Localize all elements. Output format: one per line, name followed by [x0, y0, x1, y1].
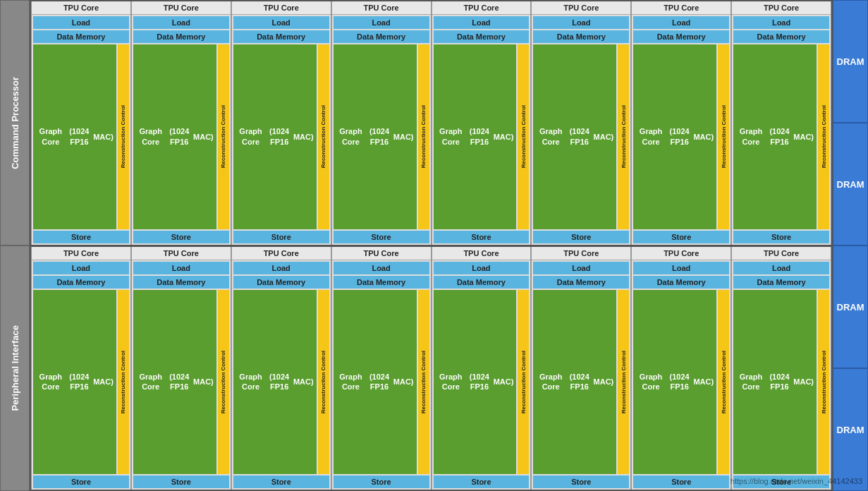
- tpu-core-b8-body: Load Data Memory Graph Core (1024 FP16 M…: [732, 260, 831, 490]
- tpu-core-6: TPU Core Load Data Memory Graph Core (10…: [531, 1, 631, 245]
- tpu-core-b2-middle: Graph Core (1024 FP16 MAC) Reconstructio…: [133, 290, 229, 475]
- tpu-core-b8: TPU Core Load Data Memory Graph Core (10…: [731, 247, 831, 490]
- main-container: Command Processor Peripheral Interface T…: [0, 0, 868, 491]
- tpu-core-5: TPU Core Load Data Memory Graph Core (10…: [432, 1, 532, 245]
- graph-core-b6: Graph Core (1024 FP16 MAC): [533, 290, 616, 475]
- tpu-core-5-body: Load Data Memory Graph Core (1024 FP16 M…: [432, 15, 531, 245]
- tpu-core-6-middle: Graph Core (1024 FP16 MAC) Reconstructio…: [533, 44, 629, 229]
- top-row-section: TPU Core Load Data Memory Graph Core (10…: [30, 0, 833, 246]
- tpu-core-4-middle: Graph Core (1024 FP16 MAC) Reconstructio…: [334, 44, 429, 229]
- reconstruction-control-1: Reconstruction Control: [118, 44, 129, 229]
- reconstruction-control-b4: Reconstruction Control: [418, 290, 429, 475]
- reconstruction-control-b2: Reconstruction Control: [218, 290, 229, 475]
- tpu-core-b1: TPU Core Load Data Memory Graph Core (10…: [31, 247, 131, 490]
- graph-core-3: Graph Core (1024 FP16 MAC): [233, 44, 317, 229]
- center-area: TPU Core Load Data Memory Graph Core (10…: [30, 0, 833, 491]
- tpu-core-b2: TPU Core Load Data Memory Graph Core (10…: [131, 247, 231, 490]
- tpu-core-b3-body: Load Data Memory Graph Core (1024 FP16 M…: [232, 260, 331, 490]
- tpu-core-1-body: Load Data Memory Graph Core (1024 FP16 M…: [32, 15, 130, 245]
- left-labels: Command Processor Peripheral Interface: [0, 0, 30, 491]
- tpu-core-3: TPU Core Load Data Memory Graph Core (10…: [231, 1, 331, 245]
- tpu-core-3-body: Load Data Memory Graph Core (1024 FP16 M…: [232, 15, 331, 245]
- reconstruction-control-b7: Reconstruction Control: [718, 290, 729, 475]
- tpu-core-b5: TPU Core Load Data Memory Graph Core (10…: [432, 247, 532, 490]
- tpu-core-1: TPU Core Load Data Memory Graph Core (10…: [31, 1, 131, 245]
- graph-core-6: Graph Core (1024 FP16 MAC): [533, 44, 616, 229]
- right-dram-labels: DRAM DRAM DRAM DRAM: [833, 0, 868, 491]
- graph-core-b5: Graph Core (1024 FP16 MAC): [434, 290, 517, 475]
- tpu-core-b6-middle: Graph Core (1024 FP16 MAC) Reconstructio…: [533, 290, 629, 475]
- peripheral-interface-label: Peripheral Interface: [0, 246, 30, 491]
- tpu-core-b2-body: Load Data Memory Graph Core (1024 FP16 M…: [132, 260, 231, 490]
- reconstruction-control-b5: Reconstruction Control: [518, 290, 529, 475]
- reconstruction-control-b3: Reconstruction Control: [318, 290, 329, 475]
- dram-label-bottom-1: DRAM: [833, 246, 868, 368]
- tpu-core-2: TPU Core Load Data Memory Graph Core (10…: [131, 1, 231, 245]
- tpu-core-b5-body: Load Data Memory Graph Core (1024 FP16 M…: [432, 260, 531, 490]
- tpu-core-b1-body: Load Data Memory Graph Core (1024 FP16 M…: [32, 260, 130, 490]
- graph-core-b7: Graph Core (1024 FP16 MAC): [633, 290, 716, 475]
- tpu-core-2-middle: Graph Core (1024 FP16 MAC) Reconstructio…: [133, 44, 229, 229]
- tpu-core-b7-middle: Graph Core (1024 FP16 MAC) Reconstructio…: [633, 290, 729, 475]
- tpu-core-b3: TPU Core Load Data Memory Graph Core (10…: [231, 247, 331, 490]
- reconstruction-control-b1: Reconstruction Control: [118, 290, 129, 475]
- bottom-tpu-row: TPU Core Load Data Memory Graph Core (10…: [31, 247, 831, 490]
- graph-core-4: Graph Core (1024 FP16 MAC): [334, 44, 417, 229]
- reconstruction-control-2: Reconstruction Control: [218, 44, 229, 229]
- tpu-core-b4-body: Load Data Memory Graph Core (1024 FP16 M…: [332, 260, 431, 490]
- reconstruction-control-7: Reconstruction Control: [718, 44, 729, 229]
- reconstruction-control-6: Reconstruction Control: [618, 44, 629, 229]
- tpu-core-b8-middle: Graph Core (1024 FP16 MAC) Reconstructio…: [733, 290, 829, 475]
- reconstruction-control-b8: Reconstruction Control: [818, 290, 829, 475]
- tpu-core-b6: TPU Core Load Data Memory Graph Core (10…: [531, 247, 631, 490]
- tpu-core-2-body: Load Data Memory Graph Core (1024 FP16 M…: [132, 15, 231, 245]
- top-tpu-row: TPU Core Load Data Memory Graph Core (10…: [31, 1, 831, 245]
- tpu-core-6-body: Load Data Memory Graph Core (1024 FP16 M…: [532, 15, 630, 245]
- tpu-core-b4: TPU Core Load Data Memory Graph Core (10…: [331, 247, 432, 490]
- graph-core-b2: Graph Core (1024 FP16 MAC): [133, 290, 216, 475]
- dram-label-top-2: DRAM: [833, 123, 868, 246]
- tpu-core-8-body: Load Data Memory Graph Core (1024 FP16 M…: [732, 15, 831, 245]
- graph-core-b8: Graph Core (1024 FP16 MAC): [733, 290, 817, 475]
- tpu-core-b5-middle: Graph Core (1024 FP16 MAC) Reconstructio…: [434, 290, 530, 475]
- tpu-core-7-middle: Graph Core (1024 FP16 MAC) Reconstructio…: [633, 44, 729, 229]
- tpu-core-4: TPU Core Load Data Memory Graph Core (10…: [331, 1, 432, 245]
- graph-core-7: Graph Core (1024 FP16 MAC): [633, 44, 716, 229]
- tpu-core-1-middle: Graph Core (1024 FP16 MAC) Reconstructio…: [33, 44, 129, 229]
- tpu-core-7: TPU Core Load Data Memory Graph Core (10…: [631, 1, 731, 245]
- graph-core-1: Graph Core (1024 FP16 MAC): [33, 44, 116, 229]
- tpu-core-b7: TPU Core Load Data Memory Graph Core (10…: [631, 247, 731, 490]
- tpu-core-7-body: Load Data Memory Graph Core (1024 FP16 M…: [632, 15, 731, 245]
- graph-core-b3: Graph Core (1024 FP16 MAC): [233, 290, 317, 475]
- tpu-core-8-middle: Graph Core (1024 FP16 MAC) Reconstructio…: [733, 44, 829, 229]
- tpu-core-8: TPU Core Load Data Memory Graph Core (10…: [731, 1, 831, 245]
- tpu-core-5-middle: Graph Core (1024 FP16 MAC) Reconstructio…: [434, 44, 530, 229]
- command-processor-label: Command Processor: [0, 0, 30, 246]
- tpu-core-b6-body: Load Data Memory Graph Core (1024 FP16 M…: [532, 260, 630, 490]
- reconstruction-control-4: Reconstruction Control: [418, 44, 429, 229]
- reconstruction-control-5: Reconstruction Control: [518, 44, 529, 229]
- graph-core-b1: Graph Core (1024 FP16 MAC): [33, 290, 116, 475]
- tpu-core-b1-middle: Graph Core (1024 FP16 MAC) Reconstructio…: [33, 290, 129, 475]
- graph-core-b4: Graph Core (1024 FP16 MAC): [334, 290, 417, 475]
- tpu-core-b4-middle: Graph Core (1024 FP16 MAC) Reconstructio…: [334, 290, 429, 475]
- bottom-row-section: TPU Core Load Data Memory Graph Core (10…: [30, 246, 833, 492]
- tpu-core-b3-middle: Graph Core (1024 FP16 MAC) Reconstructio…: [233, 290, 329, 475]
- reconstruction-control-8: Reconstruction Control: [818, 44, 829, 229]
- tpu-core-b7-body: Load Data Memory Graph Core (1024 FP16 M…: [632, 260, 731, 490]
- graph-core-2: Graph Core (1024 FP16 MAC): [133, 44, 216, 229]
- tpu-core-3-middle: Graph Core (1024 FP16 MAC) Reconstructio…: [233, 44, 329, 229]
- graph-core-8: Graph Core (1024 FP16 MAC): [733, 44, 817, 229]
- dram-label-bottom-2: DRAM: [833, 368, 868, 491]
- dram-label-top-1: DRAM: [833, 0, 868, 123]
- reconstruction-control-b6: Reconstruction Control: [618, 290, 629, 475]
- reconstruction-control-3: Reconstruction Control: [318, 44, 329, 229]
- watermark: https://blog.csdn.net/weixin_44142433: [731, 477, 862, 485]
- graph-core-5: Graph Core (1024 FP16 MAC): [434, 44, 517, 229]
- tpu-core-4-body: Load Data Memory Graph Core (1024 FP16 M…: [332, 15, 431, 245]
